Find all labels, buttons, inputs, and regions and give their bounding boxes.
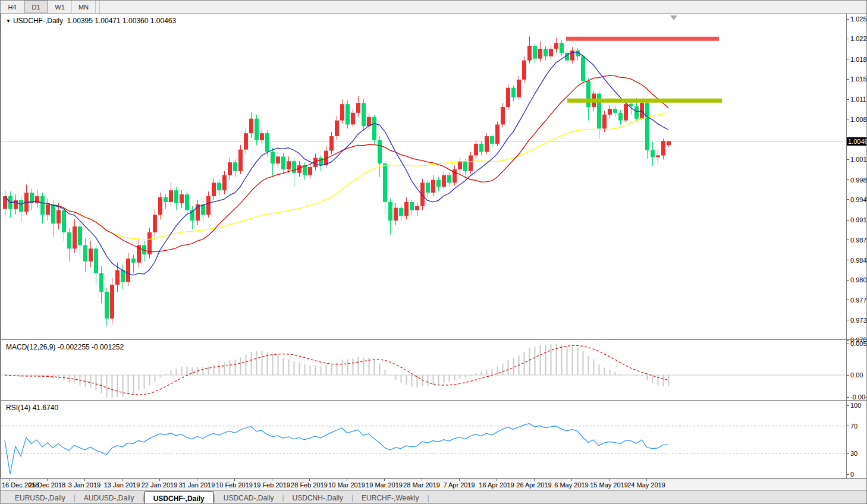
price-axis-tick	[847, 179, 849, 180]
price-axis-tick	[847, 119, 849, 119]
rsi-axis-tick	[847, 474, 849, 475]
date-axis-tick	[47, 479, 48, 481]
candlestick-chart[interactable]	[1, 14, 847, 339]
price-axis-label: 1.00840	[850, 116, 867, 123]
date-axis-label: 19 Mar 2019	[366, 481, 403, 489]
chart-shift-marker-icon	[670, 15, 677, 20]
chart-symbol: USDCHF-,Daily	[13, 17, 63, 25]
chart-tab-bar: EURUSD-,Daily|AUDUSD-,Daily|USDCHF-,Dail…	[1, 490, 867, 504]
price-axis-label: 1.02220	[850, 35, 867, 42]
date-axis-label: 26 Apr 2019	[516, 481, 551, 489]
macd-main-value: -0.002255	[58, 343, 90, 351]
tab-usdcad-daily[interactable]: USDCAD-,Daily	[215, 491, 282, 504]
price-axis-label: 0.98770	[850, 237, 867, 244]
price-axis-label: 0.98080	[850, 276, 867, 284]
date-axis-tick	[272, 479, 272, 481]
price-axis-label: 1.01530	[850, 75, 867, 83]
rsi-value: 41.6740	[33, 404, 58, 412]
date-axis-tick	[10, 479, 10, 481]
macd-label: MACD(12,26,9)	[6, 343, 55, 351]
date-axis-tick	[309, 479, 310, 481]
date-axis-tick	[571, 479, 572, 481]
toolbar-separator	[99, 1, 100, 13]
tab-usdcnh-daily[interactable]: USDCNH-,Daily	[284, 491, 351, 504]
date-axis-tick	[197, 479, 197, 481]
price-axis-label: 1.02560	[850, 15, 867, 23]
tab-audusd-daily[interactable]: AUDUSD-,Daily	[76, 491, 143, 504]
macd-axis-label: 0.00597	[850, 340, 867, 347]
timeframe-button-mn[interactable]: MN	[72, 1, 96, 13]
date-axis-label: 19 Feb 2019	[253, 481, 290, 489]
timeframe-button-h4[interactable]: H4	[1, 1, 24, 13]
macd-histogram	[5, 344, 669, 398]
date-axis-tick	[159, 479, 160, 481]
tab-eurchf-weekly[interactable]: EURCHF-,Weekly	[353, 491, 427, 504]
panel-splitter[interactable]	[1, 339, 867, 340]
mt4-window: H4D1W1MN ▼USDCHF-,Daily 1.00395 1.00471 …	[0, 0, 867, 504]
price-axis-tick	[847, 280, 849, 281]
price-axis-tick	[847, 260, 849, 260]
price-axis-tick	[847, 39, 849, 39]
date-axis-label: 28 Mar 2019	[403, 481, 440, 489]
bid-price-box: 1.00463	[847, 137, 867, 146]
ma-line-fast	[5, 52, 668, 275]
date-axis-tick	[384, 479, 385, 481]
date-axis-label: 10 Mar 2019	[328, 481, 365, 489]
price-axis-label: 0.98420	[850, 257, 867, 264]
rsi-axis-label: 70	[850, 423, 857, 430]
price-axis-tick	[847, 320, 849, 320]
price-axis-tick	[847, 240, 849, 240]
rsi-title: RSI(14) 41.6740	[6, 404, 58, 412]
timeframe-toolbar: H4D1W1MN	[1, 1, 867, 14]
price-axis-tick	[847, 19, 849, 20]
date-axis-label: 3 Jan 2019	[68, 481, 100, 489]
price-axis-label: 0.97390	[850, 317, 867, 324]
date-axis[interactable]: 16 Dec 201825 Dec 20183 Jan 201913 Jan 2…	[1, 478, 867, 490]
price-axis-tick	[847, 159, 849, 160]
price-chart-panel[interactable]: ▼USDCHF-,Daily 1.00395 1.00471 1.00360 1…	[1, 14, 847, 339]
date-axis-label: 15 May 2019	[590, 481, 628, 489]
price-axis-label: 0.99110	[850, 216, 867, 223]
rsi-axis-label: 0	[850, 471, 854, 478]
rsi-chart[interactable]	[1, 401, 847, 478]
tab-usdchf-daily[interactable]: USDCHF-,Daily	[144, 492, 213, 504]
price-axis-tick	[847, 99, 849, 100]
date-axis-tick	[497, 479, 497, 481]
date-axis-label: 25 Dec 2018	[29, 481, 65, 489]
tab-eurusd-daily[interactable]: EURUSD-,Daily	[7, 491, 74, 504]
price-axis-tick	[847, 199, 849, 200]
date-axis-tick	[459, 479, 460, 481]
date-axis-tick	[534, 479, 535, 481]
macd-axis-tick	[847, 397, 849, 398]
chart-column: ▼USDCHF-,Daily 1.00395 1.00471 1.00360 1…	[1, 14, 846, 478]
date-axis-tick	[609, 479, 610, 481]
rsi-axis-tick	[847, 453, 849, 454]
price-axis-tick	[847, 300, 849, 300]
panel-splitter[interactable]	[1, 400, 867, 401]
macd-panel[interactable]: MACD(12,26,9) -0.002255 -0.001252	[1, 340, 847, 400]
rsi-axis-tick	[847, 405, 849, 406]
ohlc-low: 1.00360	[122, 17, 148, 25]
date-axis-label: 28 Feb 2019	[291, 481, 328, 489]
date-axis-tick	[84, 479, 85, 481]
timeframe-button-w1[interactable]: W1	[48, 1, 72, 13]
chart-title: ▼USDCHF-,Daily 1.00395 1.00471 1.00360 1…	[6, 17, 176, 25]
date-axis-label: 31 Jan 2019	[179, 481, 215, 489]
price-axis[interactable]: 1.025601.022201.018701.015301.011801.008…	[846, 14, 867, 478]
tab-separator: |	[428, 491, 429, 504]
symbol-dropdown-icon[interactable]: ▼	[6, 18, 11, 24]
date-axis-tick	[422, 479, 422, 481]
date-axis-label: 7 Apr 2019	[443, 481, 475, 489]
timeframe-button-d1[interactable]: D1	[24, 1, 48, 13]
macd-chart[interactable]	[1, 340, 847, 400]
price-axis-label: 1.01180	[850, 96, 867, 103]
date-axis-tick	[234, 479, 235, 481]
date-axis-tick	[122, 479, 122, 481]
rsi-line	[5, 424, 668, 474]
ohlc-close: 1.00463	[150, 17, 176, 25]
date-axis-tick	[646, 479, 647, 481]
price-axis-label: 1.01870	[850, 56, 867, 63]
macd-title: MACD(12,26,9) -0.002255 -0.001252	[6, 343, 124, 351]
rsi-panel[interactable]: RSI(14) 41.6740	[1, 401, 847, 478]
date-axis-label: 16 Apr 2019	[479, 481, 514, 489]
